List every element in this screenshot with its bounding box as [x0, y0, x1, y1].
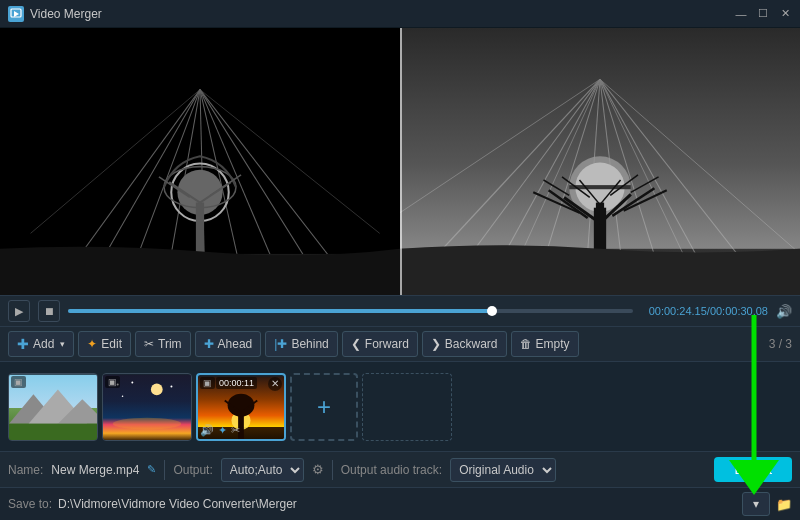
title-bar: Video Merger — ☐ ✕: [0, 0, 800, 28]
trim-button[interactable]: ✂ Trim: [135, 331, 191, 357]
export-button[interactable]: Export: [714, 457, 792, 482]
add-dropdown-arrow: ▾: [60, 339, 65, 349]
clip-3-icon: ▣: [200, 377, 215, 389]
behind-label: Behind: [291, 337, 328, 351]
save-path: D:\Vidmore\Vidmore Video Converter\Merge…: [58, 497, 736, 511]
clip-3-tools: 🔊 ✦ ✂: [200, 424, 240, 437]
toolbar: ✚ Add ▾ ✦ Edit ✂ Trim ✚ Ahead |✚ Behind …: [0, 326, 800, 361]
window-controls: — ☐ ✕: [734, 7, 792, 21]
output-gear-icon[interactable]: ⚙: [312, 462, 324, 477]
add-clip-button[interactable]: +: [290, 373, 358, 441]
behind-icon: |✚: [274, 337, 287, 351]
audio-select[interactable]: Original Audio: [450, 458, 556, 482]
svg-rect-62: [9, 423, 97, 440]
clip-volume-icon[interactable]: 🔊: [200, 424, 214, 437]
timeline-container[interactable]: [68, 300, 633, 322]
clip-3-close[interactable]: ✕: [268, 377, 282, 391]
clip-area: ▣: [0, 361, 800, 451]
backward-label: Backward: [445, 337, 498, 351]
clip-count: 3 / 3: [769, 337, 792, 351]
clip-2[interactable]: ▣: [102, 373, 192, 441]
clip-placeholder: [362, 373, 452, 441]
edit-icon: ✦: [87, 337, 97, 351]
svg-point-68: [122, 395, 124, 397]
svg-point-64: [151, 383, 163, 395]
empty-button[interactable]: 🗑 Empty: [511, 331, 579, 357]
volume-icon[interactable]: 🔊: [776, 304, 792, 319]
maximize-button[interactable]: ☐: [756, 7, 770, 21]
backward-button[interactable]: ❯ Backward: [422, 331, 507, 357]
clip-effect-icon[interactable]: ✦: [218, 424, 227, 437]
preview-right: [400, 28, 800, 295]
timeline-progress: [68, 309, 492, 313]
edit-label: Edit: [101, 337, 122, 351]
add-label: Add: [33, 337, 54, 351]
clip-2-icon: ▣: [105, 376, 120, 388]
bottom-bar: Name: New Merge.mp4 ✎ Output: Auto;Auto …: [0, 451, 800, 487]
save-dropdown-button[interactable]: ▾: [742, 492, 770, 516]
time-current: 00:00:24.15: [649, 305, 707, 317]
preview-left: [0, 28, 400, 295]
ahead-button[interactable]: ✚ Ahead: [195, 331, 262, 357]
name-label: Name:: [8, 463, 43, 477]
clip-1[interactable]: ▣: [8, 373, 98, 441]
divider-2: [332, 460, 333, 480]
time-display: 00:00:24.15/00:00:30.08: [649, 305, 768, 317]
output-label: Output:: [173, 463, 212, 477]
video-preview: [0, 28, 800, 295]
minimize-button[interactable]: —: [734, 7, 748, 21]
preview-divider: [400, 28, 402, 295]
clip-1-icon: ▣: [11, 376, 26, 388]
close-button[interactable]: ✕: [778, 7, 792, 21]
behind-button[interactable]: |✚ Behind: [265, 331, 338, 357]
controls-bar: ▶ ⏹ 00:00:24.15/00:00:30.08 🔊: [0, 295, 800, 326]
app-title: Video Merger: [30, 7, 734, 21]
forward-icon: ❮: [351, 337, 361, 351]
trim-icon: ✂: [144, 337, 154, 351]
add-button[interactable]: ✚ Add ▾: [8, 331, 74, 357]
stop-button[interactable]: ⏹: [38, 300, 60, 322]
ahead-icon: ✚: [204, 337, 214, 351]
output-select[interactable]: Auto;Auto: [221, 458, 304, 482]
empty-icon: 🗑: [520, 337, 532, 351]
clip-trim-icon[interactable]: ✂: [231, 424, 240, 437]
forward-label: Forward: [365, 337, 409, 351]
audio-label: Output audio track:: [341, 463, 442, 477]
main-content: ▶ ⏹ 00:00:24.15/00:00:30.08 🔊 ✚ Add ▾ ✦ …: [0, 28, 800, 520]
svg-point-66: [131, 381, 133, 383]
svg-point-67: [170, 385, 172, 387]
svg-marker-1: [14, 11, 19, 17]
clip-3[interactable]: ▣ 00:00:11 ✕ 🔊 ✦ ✂: [196, 373, 286, 441]
app-icon: [8, 6, 24, 22]
edit-name-icon[interactable]: ✎: [147, 463, 156, 476]
folder-icon[interactable]: 📁: [776, 497, 792, 512]
save-label: Save to:: [8, 497, 52, 511]
play-button[interactable]: ▶: [8, 300, 30, 322]
timeline-thumb[interactable]: [487, 306, 497, 316]
timeline-track[interactable]: [68, 309, 633, 313]
empty-label: Empty: [536, 337, 570, 351]
name-value: New Merge.mp4: [51, 463, 139, 477]
save-row: Save to: D:\Vidmore\Vidmore Video Conver…: [0, 487, 800, 520]
trim-label: Trim: [158, 337, 182, 351]
edit-button[interactable]: ✦ Edit: [78, 331, 131, 357]
svg-point-69: [113, 417, 181, 429]
forward-button[interactable]: ❮ Forward: [342, 331, 418, 357]
ahead-label: Ahead: [218, 337, 253, 351]
add-icon: ✚: [17, 336, 29, 352]
time-total: 00:00:30.08: [710, 305, 768, 317]
backward-icon: ❯: [431, 337, 441, 351]
clip-3-duration: 00:00:11: [216, 377, 257, 389]
divider-1: [164, 460, 165, 480]
